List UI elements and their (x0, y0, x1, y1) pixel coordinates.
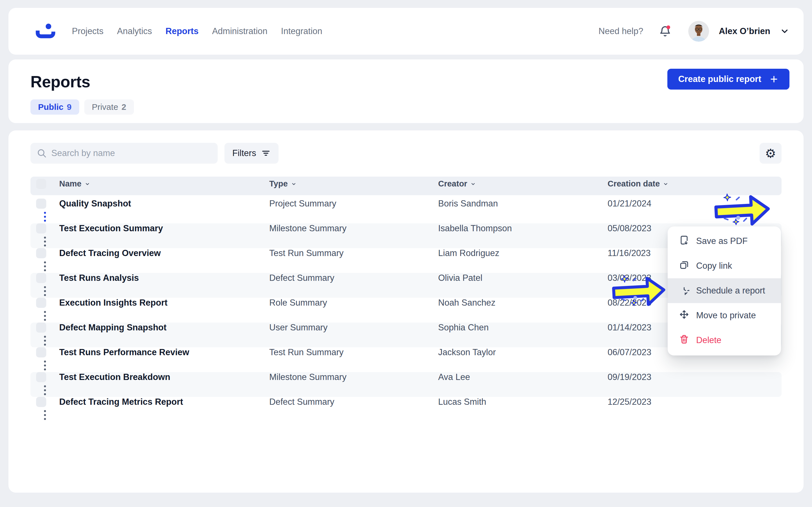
report-type: Project Summary (269, 199, 438, 209)
save-as-pdf-icon (679, 235, 689, 245)
select-all-checkbox[interactable] (36, 179, 46, 189)
report-type: Defect Summary (269, 397, 438, 407)
sort-chevron-icon (84, 181, 91, 187)
column-label: Name (59, 179, 82, 188)
report-creator: Jackson Taylor (438, 347, 608, 357)
nav-item-projects[interactable]: Projects (72, 26, 103, 36)
sort-chevron-icon (663, 181, 669, 187)
row-checkbox[interactable] (36, 397, 46, 407)
tab-public[interactable]: Public 9 (31, 100, 79, 115)
context-menu-item-move[interactable]: Move to private (668, 303, 781, 328)
report-name: Test Execution Summary (59, 223, 269, 233)
row-actions-kebab-button[interactable] (37, 258, 53, 274)
report-name: Test Execution Breakdown (59, 372, 269, 382)
column-header-creator[interactable]: Creator (438, 179, 608, 188)
table-row[interactable]: Test Execution Breakdown Milestone Summa… (31, 372, 781, 397)
report-creator: Sophia Chen (438, 323, 608, 333)
nav-item-analytics[interactable]: Analytics (117, 26, 152, 36)
row-checkbox[interactable] (36, 347, 46, 357)
row-checkbox[interactable] (36, 199, 46, 209)
column-label: Creation date (608, 179, 660, 188)
move-to-private-icon (679, 309, 689, 320)
avatar[interactable] (688, 21, 709, 42)
column-label: Type (269, 179, 288, 188)
table-toolbar: Filters ⚙ (31, 143, 781, 164)
row-checkbox[interactable] (36, 323, 46, 333)
avatar-image (688, 21, 709, 42)
report-creator: Liam Rodriguez (438, 248, 608, 258)
gear-icon: ⚙ (765, 146, 776, 161)
need-help-link[interactable]: Need help? (599, 26, 644, 36)
context-menu-item-save-pdf[interactable]: Save as PDF (668, 229, 781, 253)
search-input[interactable] (51, 148, 211, 158)
row-actions-kebab-button[interactable] (37, 233, 53, 249)
create-public-report-button[interactable]: Create public report (667, 69, 790, 90)
nav-item-integration[interactable]: Integration (281, 26, 322, 36)
report-type: Defect Summary (269, 273, 438, 283)
schedule-report-icon (679, 284, 689, 295)
report-type: User Summary (269, 323, 438, 333)
report-creation-date: 01/21/2024 (608, 199, 742, 209)
report-creator: Lucas Smith (438, 397, 608, 407)
report-creation-date: 12/25/2023 (608, 397, 742, 407)
row-actions-kebab-button[interactable] (37, 308, 53, 324)
context-menu-item-label: Save as PDF (696, 236, 748, 246)
row-actions-kebab-button[interactable] (37, 382, 53, 398)
nav-right: Need help? (599, 21, 790, 42)
nav-item-reports[interactable]: Reports (165, 26, 199, 36)
report-name: Defect Mapping Snapshot (59, 323, 269, 333)
row-actions-kebab-button[interactable] (37, 357, 53, 373)
report-creator: Noah Sanchez (438, 298, 608, 308)
context-menu-item-label: Move to private (696, 311, 756, 321)
row-context-menu: Save as PDF Copy link Schedule a report … (668, 226, 781, 355)
report-name: Test Runs Performance Review (59, 347, 269, 357)
table-row[interactable]: Quality Snapshot Project Summary Boris S… (31, 199, 781, 223)
context-menu-item-delete[interactable]: Delete (668, 328, 781, 353)
row-actions-kebab-button[interactable] (37, 283, 53, 299)
table-row[interactable]: Defect Tracing Metrics Report Defect Sum… (31, 397, 781, 421)
row-actions-kebab-button[interactable] (37, 209, 53, 224)
report-creator: Ava Lee (438, 372, 608, 382)
report-type: Role Summary (269, 298, 438, 308)
report-creator: Boris Sandman (438, 199, 608, 209)
report-type: Milestone Summary (269, 223, 438, 233)
tab-public-label: Public (38, 102, 63, 112)
table-header: Name Type Creator Creation date (31, 177, 781, 195)
app-logo-icon[interactable] (35, 22, 56, 40)
column-header-type[interactable]: Type (269, 179, 438, 188)
notifications-button[interactable] (658, 24, 672, 39)
filter-lines-icon (261, 149, 271, 158)
bell-icon (659, 25, 672, 38)
row-checkbox[interactable] (36, 298, 46, 308)
sort-chevron-icon (291, 181, 297, 187)
report-name: Defect Tracing Metrics Report (59, 397, 269, 407)
tab-public-count: 9 (67, 102, 71, 112)
row-checkbox[interactable] (36, 372, 46, 382)
nav-item-administration[interactable]: Administration (212, 26, 267, 36)
tab-private[interactable]: Private 2 (84, 100, 134, 115)
context-menu-item-label: Delete (696, 335, 721, 345)
report-creator: Isabella Thompson (438, 223, 608, 233)
column-header-creation-date[interactable]: Creation date (608, 179, 742, 188)
row-checkbox[interactable] (36, 223, 46, 233)
row-actions-kebab-button[interactable] (37, 333, 53, 348)
top-nav: Projects Analytics Reports Administratio… (8, 8, 804, 55)
filters-button[interactable]: Filters (224, 143, 278, 164)
column-header-name[interactable]: Name (59, 179, 269, 188)
row-actions-kebab-button[interactable] (37, 407, 53, 423)
context-menu-item-schedule[interactable]: Schedule a report (668, 278, 781, 303)
context-menu-item-label: Copy link (696, 261, 732, 271)
chevron-down-icon[interactable] (780, 26, 790, 36)
report-type: Milestone Summary (269, 372, 438, 382)
tab-private-label: Private (92, 102, 118, 112)
report-name: Execution Insights Report (59, 298, 269, 308)
user-name[interactable]: Alex O’brien (719, 26, 770, 36)
report-name: Test Runs Analysis (59, 273, 269, 283)
column-label: Creator (438, 179, 467, 188)
row-checkbox[interactable] (36, 273, 46, 283)
table-settings-button[interactable]: ⚙ (760, 143, 781, 164)
report-name: Defect Tracing Overview (59, 248, 269, 258)
context-menu-item-copy[interactable]: Copy link (668, 253, 781, 278)
row-checkbox[interactable] (36, 248, 46, 258)
create-public-report-label: Create public report (678, 74, 761, 84)
